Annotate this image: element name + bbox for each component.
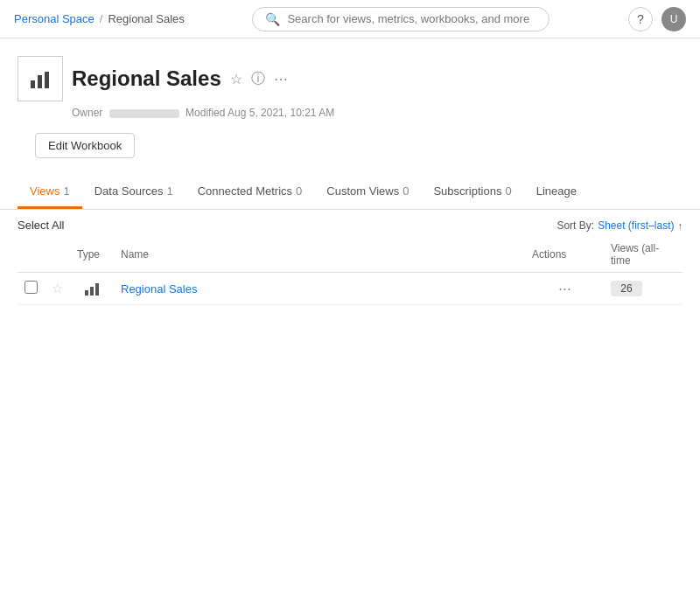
row-actions-cell: ⋯ — [525, 273, 604, 305]
th-favorite — [45, 237, 70, 273]
views-count-badge: 26 — [611, 281, 642, 296]
row-more-actions-icon[interactable]: ⋯ — [558, 281, 571, 296]
search-icon: 🔍 — [265, 12, 280, 26]
workbook-favorite-icon[interactable]: ☆ — [230, 71, 242, 87]
workbook-header: Regional Sales ☆ ⓘ ⋯ Owner Modified Aug … — [0, 38, 700, 119]
breadcrumb: Personal Space / Regional Sales — [14, 12, 185, 25]
row-views-cell: 26 — [604, 273, 682, 305]
table-controls: Select All Sort By: Sheet (first–last) ↑ — [18, 210, 682, 237]
search-input[interactable] — [287, 12, 536, 25]
th-actions: Actions — [525, 237, 604, 273]
tab-views-label: Views — [30, 184, 60, 198]
table-row: ☆ Regional Sales ⋯ — [18, 273, 682, 305]
edit-workbook-button[interactable]: Edit Workbook — [35, 133, 135, 158]
workbook-meta: Owner Modified Aug 5, 2021, 10:21 AM — [72, 107, 682, 119]
tab-connected-metrics[interactable]: Connected Metrics0 — [186, 176, 315, 209]
tab-connected-metrics-count: 0 — [296, 184, 302, 198]
sort-direction-icon[interactable]: ↑ — [678, 220, 683, 231]
tab-connected-metrics-label: Connected Metrics — [198, 184, 292, 198]
tab-custom-views-label: Custom Views — [326, 184, 399, 198]
th-type: Type — [70, 237, 114, 273]
row-favorite-cell: ☆ — [45, 273, 70, 305]
help-button[interactable]: ? — [628, 7, 653, 31]
app-header: Personal Space / Regional Sales 🔍 ? U — [0, 0, 700, 38]
table-area: Select All Sort By: Sheet (first–last) ↑… — [0, 210, 700, 305]
tab-custom-views-count: 0 — [402, 184, 409, 198]
table-header-row: Type Name Actions Views (all-time — [18, 237, 682, 273]
modified-date: Aug 5, 2021, 10:21 AM — [228, 107, 334, 119]
row-favorite-icon[interactable]: ☆ — [52, 281, 63, 296]
row-name-link[interactable]: Regional Sales — [121, 282, 197, 296]
breadcrumb-current: Regional Sales — [108, 12, 184, 25]
row-name-cell: Regional Sales — [114, 273, 525, 305]
help-icon: ? — [637, 12, 644, 26]
svg-rect-5 — [95, 283, 99, 296]
th-checkbox — [18, 237, 45, 273]
search-bar[interactable]: 🔍 — [252, 7, 550, 31]
svg-rect-0 — [31, 80, 35, 88]
th-views: Views (all-time — [604, 237, 682, 273]
header-actions: ? U — [628, 7, 686, 31]
modified-label: Modified — [186, 107, 225, 119]
breadcrumb-personal-space[interactable]: Personal Space — [14, 12, 94, 25]
workbook-info-icon[interactable]: ⓘ — [251, 70, 265, 88]
tab-subscriptions-count: 0 — [505, 184, 511, 198]
tab-data-sources-count: 1 — [166, 184, 172, 198]
workbook-title-row: Regional Sales ☆ ⓘ ⋯ — [18, 56, 682, 101]
tab-data-sources-label: Data Sources — [94, 184, 164, 198]
tab-views[interactable]: Views1 — [18, 176, 82, 209]
sort-by-label: Sort By: — [556, 219, 594, 232]
workbook-icon — [18, 56, 63, 101]
breadcrumb-separator: / — [100, 12, 103, 25]
row-checkbox-cell — [18, 273, 45, 305]
owner-label: Owner — [72, 107, 102, 119]
tab-subscriptions[interactable]: Subscriptions0 — [421, 176, 523, 209]
tab-data-sources[interactable]: Data Sources1 — [82, 176, 186, 209]
select-all[interactable]: Select All — [18, 219, 64, 232]
svg-rect-4 — [90, 287, 94, 296]
tabs-bar: Views1 Data Sources1 Connected Metrics0 … — [0, 176, 700, 210]
tab-lineage[interactable]: Lineage — [524, 176, 589, 209]
tab-subscriptions-label: Subscriptions — [433, 184, 501, 198]
row-checkbox[interactable] — [24, 281, 38, 294]
svg-rect-1 — [38, 75, 42, 88]
tab-lineage-label: Lineage — [536, 184, 577, 198]
tab-views-count: 1 — [63, 184, 69, 198]
avatar[interactable]: U — [662, 7, 686, 31]
workbook-more-icon[interactable]: ⋯ — [274, 71, 288, 87]
svg-rect-2 — [45, 72, 49, 88]
owner-name — [109, 109, 179, 118]
th-name: Name — [114, 237, 525, 273]
tab-custom-views[interactable]: Custom Views0 — [314, 176, 421, 209]
row-type-icon — [77, 280, 107, 297]
sort-by-control: Sort By: Sheet (first–last) ↑ — [556, 219, 682, 232]
workbook-title: Regional Sales — [72, 66, 221, 91]
bar-chart-icon — [28, 66, 52, 91]
views-table: Type Name Actions Views (all-time ☆ — [18, 237, 682, 305]
row-type-cell — [70, 273, 114, 305]
sort-by-value[interactable]: Sheet (first–last) — [598, 219, 674, 232]
svg-rect-3 — [85, 290, 88, 296]
